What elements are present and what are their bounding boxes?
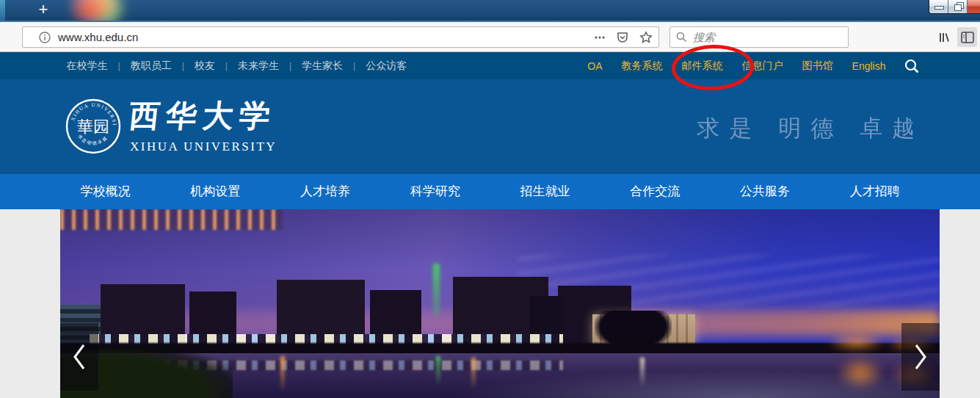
minimize-button[interactable] <box>929 0 948 13</box>
search-icon <box>676 32 687 43</box>
link-future-students[interactable]: 未来学生 <box>238 59 279 73</box>
link-current-students[interactable]: 在校学生 <box>67 59 108 73</box>
library-icon[interactable] <box>937 30 951 45</box>
close-button[interactable] <box>968 0 980 13</box>
site-search-icon[interactable] <box>904 58 920 74</box>
link-visitors[interactable]: 公众访客 <box>366 59 407 73</box>
nav-cooperation-exchange[interactable]: 合作交流 <box>600 174 710 209</box>
hero-reflection-streak <box>280 356 285 391</box>
separator: | <box>182 61 184 71</box>
browser-toolbar: www.xhu.edu.cn <box>0 22 980 52</box>
quick-links: OA 教务系统 邮件系统 信息门户 图书馆 English <box>587 59 885 73</box>
brand-english-name[interactable]: XIHUA UNIVERSITY <box>130 140 277 154</box>
link-alumni[interactable]: 校友 <box>195 59 215 73</box>
site-header: XIHUA UNIVERSITY 求是明德卓越 華园 西华大学 XIHUA UN… <box>0 79 980 174</box>
link-mail-system[interactable]: 邮件系统 <box>682 59 723 73</box>
carousel-next-button[interactable] <box>901 323 940 391</box>
bookmark-star-icon[interactable] <box>639 31 653 44</box>
nav-research[interactable]: 科学研究 <box>380 174 490 209</box>
link-library[interactable]: 图书馆 <box>802 59 833 73</box>
main-navigation: 学校概况 机构设置 人才培养 科学研究 招生就业 合作交流 公共服务 人才招聘 <box>0 174 980 209</box>
nav-recruitment[interactable]: 人才招聘 <box>820 174 930 209</box>
separator: | <box>353 61 355 71</box>
audience-links: 在校学生 | 教职员工 | 校友 | 未来学生 | 学生家长 | 公众访客 <box>61 59 407 73</box>
separator: | <box>225 61 228 71</box>
link-academic-system[interactable]: 教务系统 <box>622 59 663 73</box>
carousel-prev-button[interactable] <box>60 323 98 391</box>
sidebar-toggle-button[interactable] <box>957 27 977 47</box>
hero-carousel-image <box>60 209 940 398</box>
link-faculty-staff[interactable]: 教职员工 <box>131 59 172 73</box>
page-content <box>0 209 980 398</box>
hero-orange-lights <box>824 333 890 352</box>
site-utility-bar: 在校学生 | 教职员工 | 校友 | 未来学生 | 学生家长 | 公众访客 OA… <box>0 52 980 79</box>
hero-reflection-streak <box>436 356 440 386</box>
brand-chinese-calligraphy[interactable]: 西华大学 <box>127 95 278 137</box>
window-controls <box>929 0 980 14</box>
pocket-icon[interactable] <box>616 31 629 44</box>
nav-talent-cultivation[interactable]: 人才培养 <box>270 174 380 209</box>
seal-center-glyphs: 華园 <box>77 117 109 136</box>
nav-organization[interactable]: 机构设置 <box>160 174 270 209</box>
separator: | <box>118 61 120 71</box>
university-seal-logo[interactable]: XIHUA UNIVERSITY 求是明德卓越 華园 <box>65 98 122 158</box>
restore-button[interactable] <box>948 0 968 13</box>
titlebar-glow-decoration <box>70 0 125 22</box>
nav-admissions-careers[interactable]: 招生就业 <box>490 174 600 209</box>
window-titlebar: + <box>0 0 980 22</box>
nav-public-services[interactable]: 公共服务 <box>710 174 820 209</box>
window-edge-highlight <box>0 0 5 22</box>
hero-water-sheen <box>456 369 940 398</box>
search-box[interactable] <box>669 26 849 48</box>
url-text[interactable]: www.xhu.edu.cn <box>58 31 584 43</box>
university-motto: 求是 明德 卓越 <box>697 113 924 144</box>
page-actions-icon[interactable] <box>594 32 606 43</box>
separator: | <box>289 61 291 71</box>
site-info-icon[interactable] <box>39 32 51 43</box>
hero-distant-buildings <box>60 209 283 230</box>
link-parents[interactable]: 学生家长 <box>302 59 343 73</box>
nav-about[interactable]: 学校概况 <box>51 174 161 209</box>
hero-green-light <box>433 264 440 316</box>
search-input[interactable] <box>693 31 842 43</box>
link-info-portal[interactable]: 信息门户 <box>742 59 783 73</box>
link-english[interactable]: English <box>852 60 886 72</box>
new-tab-button[interactable]: + <box>31 0 56 21</box>
link-oa[interactable]: OA <box>587 60 602 72</box>
url-bar[interactable]: www.xhu.edu.cn <box>22 26 659 48</box>
